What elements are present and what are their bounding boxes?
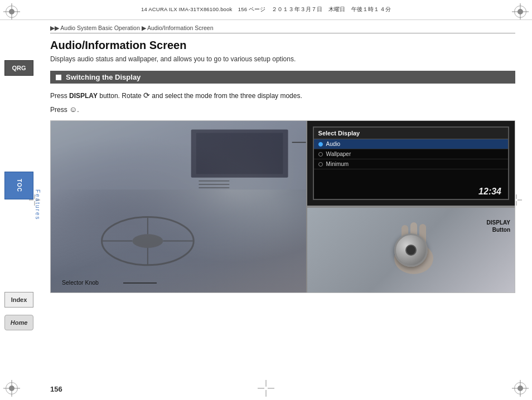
main-content: ▶▶ Audio System Basic Operation ▶ Audio/…	[42, 20, 524, 383]
screen-time: 12:34	[314, 184, 508, 199]
car-interior-svg	[51, 121, 306, 292]
knob	[394, 233, 428, 267]
rotate-icon: ⟳	[143, 91, 150, 100]
display-bold: DISPLAY	[69, 92, 98, 100]
image-container: Selector Knob Select Display Audio Wallp…	[50, 120, 515, 293]
breadcrumb: ▶▶ Audio System Basic Operation ▶ Audio/…	[50, 25, 515, 33]
option-wallpaper-label: Wallpaper	[326, 151, 351, 157]
description: Displays audio status and wallpaper, and…	[50, 55, 515, 63]
display-screen-image: Select Display Audio Wallpaper Minimum 1…	[306, 121, 515, 207]
home-button[interactable]: Home	[4, 315, 33, 330]
radio-minimum	[318, 162, 323, 167]
qrg-button[interactable]: QRG	[4, 60, 33, 76]
page-title: Audio/Information Screen	[50, 39, 515, 52]
svg-point-29	[132, 235, 163, 248]
option-audio-label: Audio	[326, 141, 341, 147]
knob-image: DISPLAY Button	[306, 207, 515, 292]
section-icon	[56, 75, 61, 80]
sidebar: QRG TOC Features Index Home	[0, 0, 42, 400]
press-line: Press ☺.	[50, 105, 515, 114]
display-button-label: DISPLAY Button	[487, 219, 510, 233]
screen-title: Select Display	[314, 128, 508, 139]
index-button[interactable]: Index	[4, 292, 33, 308]
radio-wallpaper	[318, 152, 323, 157]
screen-option-audio: Audio	[314, 139, 508, 149]
press-icon: ☺	[69, 105, 77, 114]
breadcrumb-sep: ▶	[142, 25, 146, 31]
selector-knob-label: Selector Knob	[62, 279, 99, 286]
crosshair-left-center	[29, 194, 40, 206]
knob-center	[405, 245, 417, 256]
knob-illustration	[386, 225, 436, 275]
breadcrumb-part2: Audio/Information Screen	[147, 25, 213, 31]
screen-option-wallpaper: Wallpaper	[314, 149, 508, 159]
section-header-text: Switching the Display	[66, 73, 141, 81]
svg-rect-36	[196, 133, 283, 174]
top-bar: 14 ACURA ILX IMA-31TX86100.book 156 ページ …	[0, 0, 532, 20]
breadcrumb-prefix: ▶▶	[50, 25, 59, 31]
display-screen: Select Display Audio Wallpaper Minimum 1…	[313, 126, 509, 200]
section-header: Switching the Display	[50, 71, 515, 84]
car-interior-image: Selector Knob	[51, 121, 306, 292]
page-number: 156	[50, 385, 62, 393]
screen-option-minimum: Minimum	[314, 159, 508, 169]
radio-audio	[318, 142, 323, 147]
toc-label: TOC	[16, 179, 22, 192]
option-minimum-label: Minimum	[326, 161, 349, 167]
file-info: 14 ACURA ILX IMA-31TX86100.book 156 ページ …	[141, 6, 391, 13]
body-text-1: Press DISPLAY button. Rotate ⟳ and selec…	[50, 89, 515, 101]
breadcrumb-part1: Audio System Basic Operation	[60, 25, 139, 31]
